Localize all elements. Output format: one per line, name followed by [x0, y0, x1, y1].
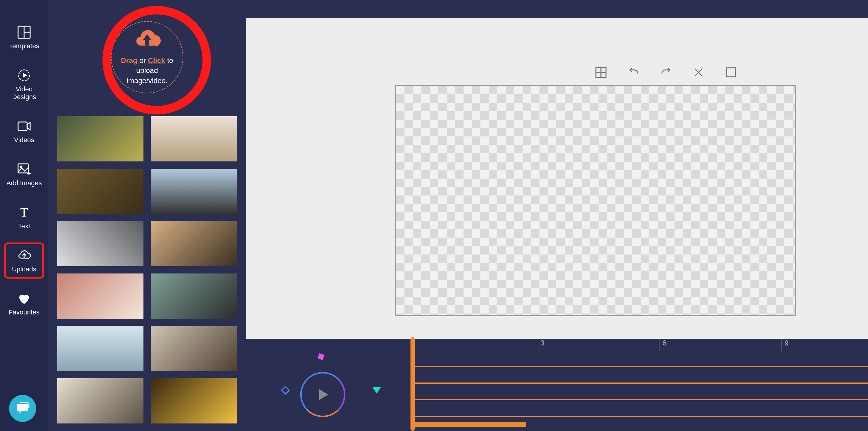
rail-item-add-images[interactable]: Add Images — [6, 158, 42, 191]
upload-thumb-sparkler[interactable] — [151, 378, 237, 424]
rail-item-uploads[interactable]: Uploads — [6, 244, 42, 277]
crop-square-button[interactable] — [724, 66, 738, 78]
chat-icon — [15, 401, 30, 416]
track-line[interactable] — [415, 416, 868, 417]
confetti-decoration — [373, 387, 381, 394]
upload-thumb-window-wreath[interactable] — [151, 116, 237, 161]
svg-rect-5 — [18, 122, 27, 130]
upload-thumb-cups-on-table[interactable] — [57, 116, 144, 161]
add-images-icon — [15, 162, 33, 177]
rail-label: Video Designs — [6, 85, 42, 101]
upload-thumb-street-portrait[interactable] — [151, 169, 237, 214]
upload-thumb-two-people-close[interactable] — [151, 221, 237, 266]
rail-label: Favourites — [9, 308, 40, 316]
left-rail: Templates Video Designs Videos Add Image… — [0, 0, 48, 431]
uploads-panel: Drag or Click to upload image/video. — [48, 18, 246, 431]
play-button[interactable] — [300, 372, 345, 417]
video-design-icon — [15, 68, 33, 83]
upload-thumb-living-room[interactable] — [57, 378, 144, 424]
rail-label: Templates — [9, 42, 39, 50]
rail-item-templates[interactable]: Templates — [6, 21, 42, 54]
canvas-frame[interactable] — [395, 85, 796, 316]
svg-marker-20 — [319, 389, 328, 400]
upload-thumb-rose-on-pink[interactable] — [57, 273, 144, 319]
uploads-thumb-grid — [57, 101, 237, 424]
play-controls — [282, 354, 361, 431]
ruler-mark: 9 — [781, 339, 788, 351]
text-icon: T — [15, 205, 33, 220]
rail-label: Uploads — [12, 265, 36, 273]
svg-text:T: T — [20, 205, 28, 219]
svg-marker-4 — [23, 73, 27, 78]
play-icon — [314, 386, 332, 404]
dropzone-text: Drag or Click to upload image/video. — [121, 56, 173, 86]
rail-item-favourites[interactable]: Favourites — [6, 287, 42, 320]
upload-thumb-chopping-veg[interactable] — [57, 169, 144, 214]
track-line[interactable] — [415, 366, 868, 367]
playhead[interactable] — [410, 337, 415, 431]
cloud-upload-icon — [130, 29, 164, 52]
videos-icon — [15, 119, 33, 134]
confetti-decoration — [317, 353, 324, 360]
upload-thumb-balloons-sky[interactable] — [57, 326, 144, 371]
upload-dropzone[interactable]: Drag or Click to upload image/video. — [111, 21, 183, 93]
upload-thumb-skyscraper[interactable] — [57, 221, 144, 266]
cloud-upload-icon — [15, 248, 33, 263]
rail-item-videos[interactable]: Videos — [6, 115, 42, 147]
ruler-mark: 6 — [659, 339, 666, 351]
upload-thumb-couple-outdoors[interactable] — [151, 273, 237, 319]
timeline-clip[interactable] — [415, 422, 526, 427]
svg-rect-19 — [727, 68, 736, 77]
track-line[interactable] — [415, 383, 868, 384]
rail-item-video-designs[interactable]: Video Designs — [6, 64, 42, 104]
canvas-toolbar — [594, 66, 738, 78]
rail-label: Text — [18, 222, 30, 230]
timeline: 36912 — [246, 339, 868, 431]
canvas-area — [246, 18, 868, 339]
layout-icon — [15, 25, 33, 40]
rail-item-text[interactable]: T Text — [6, 201, 42, 234]
upload-thumb-desk-hands[interactable] — [151, 326, 237, 371]
redo-button[interactable] — [659, 66, 673, 78]
undo-button[interactable] — [626, 66, 641, 78]
svg-marker-6 — [27, 123, 30, 130]
timeline-tracks[interactable]: 36912 — [415, 339, 868, 431]
grid-button[interactable] — [594, 66, 608, 78]
ruler-mark: 3 — [537, 339, 544, 351]
timeline-ruler: 36912 — [415, 339, 868, 351]
confetti-decoration — [281, 386, 290, 395]
chat-button[interactable] — [9, 395, 36, 422]
rail-label: Videos — [14, 136, 34, 144]
close-button[interactable] — [691, 66, 706, 78]
track-line[interactable] — [415, 399, 868, 400]
rail-label: Add Images — [6, 179, 41, 187]
heart-icon — [15, 291, 33, 306]
